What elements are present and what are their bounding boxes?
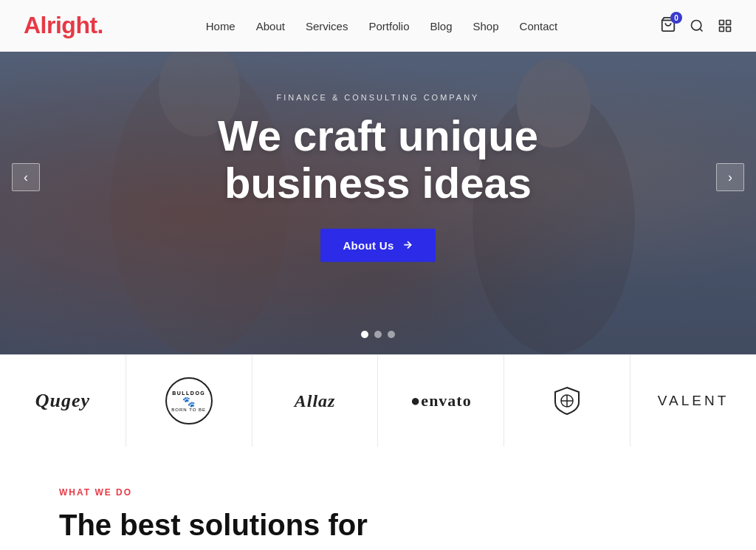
dot-3[interactable] <box>388 331 395 338</box>
hero-dots <box>361 331 395 338</box>
hero-prev-button[interactable]: ‹ <box>12 163 40 191</box>
logos-strip: Qugey BULLDOG 🐾 BORN TO BE Allaz ●envato… <box>0 354 756 447</box>
section-title: The best solutions for <box>59 508 697 542</box>
partner-logo-allaz: Allaz <box>252 355 379 447</box>
partner-logo-envato: ●envato <box>378 355 504 447</box>
svg-rect-3 <box>719 21 724 25</box>
envato-logo: ●envato <box>410 391 472 410</box>
cart-badge: 0 <box>670 12 682 24</box>
partner-logo-qugey: Qugey <box>0 355 126 447</box>
nav-shop[interactable]: Shop <box>473 20 499 32</box>
hero-cta-label: About Us <box>343 238 394 251</box>
partner-logo-shield <box>504 355 630 447</box>
hero-cta-button[interactable]: About Us <box>320 228 435 261</box>
hero-subtitle: Finance & Consulting Company <box>120 93 636 102</box>
svg-rect-4 <box>726 21 731 25</box>
dot-2[interactable] <box>374 331 382 338</box>
hero-content: Finance & Consulting Company We craft un… <box>120 93 636 262</box>
hero-title-line1: We craft unique <box>218 111 538 159</box>
nav-about[interactable]: About <box>256 20 285 32</box>
nav-portfolio[interactable]: Portfolio <box>368 20 409 32</box>
hero-next-button[interactable]: › <box>716 163 744 191</box>
partner-logo-valent: VALENT <box>630 355 756 447</box>
logo[interactable]: Alright. <box>24 13 103 38</box>
cart-button[interactable]: 0 <box>660 16 676 35</box>
qugey-logo: Qugey <box>35 390 90 412</box>
what-section: WHAT WE DO The best solutions for <box>0 447 756 550</box>
section-tag: WHAT WE DO <box>59 487 697 498</box>
hero-title: We craft unique business ideas <box>120 112 636 207</box>
nav-home[interactable]: Home <box>206 20 236 32</box>
svg-point-1 <box>691 21 701 30</box>
logo-dot: . <box>97 12 103 38</box>
chevron-left-icon: ‹ <box>24 170 28 185</box>
header: Alright. Home About Services Portfolio B… <box>0 0 756 52</box>
search-button[interactable] <box>690 18 704 33</box>
chevron-right-icon: › <box>728 170 732 185</box>
arrow-right-icon <box>402 239 413 251</box>
hero-section: ‹ Finance & Consulting Company We craft … <box>0 0 756 354</box>
hero-title-line2: business ideas <box>224 159 532 207</box>
svg-line-2 <box>700 29 703 32</box>
nav-blog[interactable]: Blog <box>430 20 452 32</box>
grid-icon <box>718 18 732 33</box>
logo-text: Alright <box>24 12 97 38</box>
allaz-logo: Allaz <box>295 391 336 411</box>
nav-contact[interactable]: Contact <box>520 20 558 32</box>
bulldog-logo: BULLDOG 🐾 BORN TO BE <box>165 377 213 424</box>
header-icons: 0 <box>660 16 732 35</box>
grid-menu-button[interactable] <box>718 18 732 33</box>
nav-services[interactable]: Services <box>306 20 348 32</box>
svg-rect-5 <box>719 27 724 32</box>
partner-logo-bulldog: BULLDOG 🐾 BORN TO BE <box>126 355 252 447</box>
svg-rect-6 <box>726 27 731 32</box>
valent-logo: VALENT <box>658 393 729 409</box>
main-nav: Home About Services Portfolio Blog Shop … <box>206 20 558 32</box>
shield-logo <box>551 385 583 417</box>
dot-1[interactable] <box>361 331 368 338</box>
search-icon <box>690 18 704 33</box>
